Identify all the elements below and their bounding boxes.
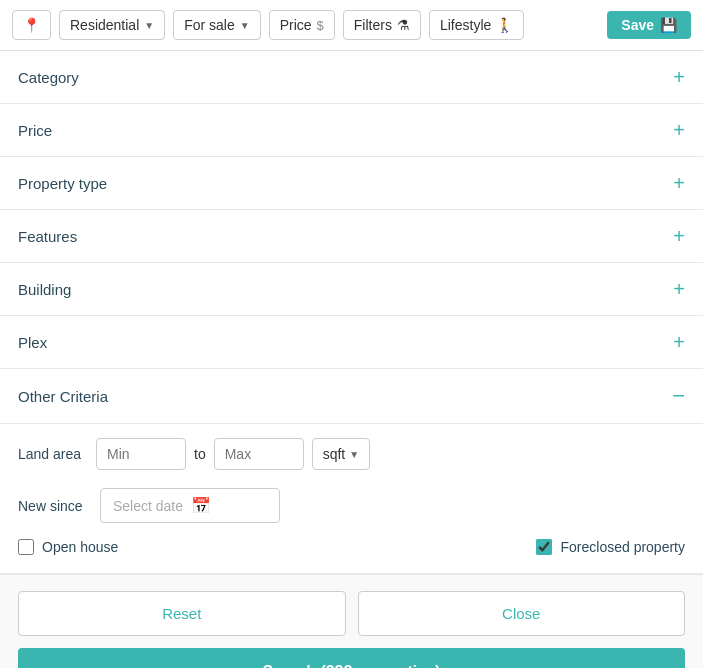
- close-button[interactable]: Close: [358, 591, 686, 636]
- property-type-filter-row[interactable]: Property type +: [0, 157, 703, 210]
- foreclosed-property-checkbox-item[interactable]: Foreclosed property: [536, 539, 685, 555]
- date-picker-button[interactable]: Select date 📅: [100, 488, 280, 523]
- features-filter-row[interactable]: Features +: [0, 210, 703, 263]
- residential-label: Residential: [70, 17, 139, 33]
- filter-panel: Category + Price + Property type + Featu…: [0, 51, 703, 574]
- for-sale-label: For sale: [184, 17, 235, 33]
- other-criteria-content: Land area to sqft ▼ New since Select dat…: [0, 424, 703, 574]
- filters-button[interactable]: Filters ⚗: [343, 10, 421, 40]
- bottom-actions: Reset Close Search (388 properties): [0, 574, 703, 668]
- building-filter-row[interactable]: Building +: [0, 263, 703, 316]
- for-sale-button[interactable]: For sale ▼: [173, 10, 260, 40]
- price-filter-label: Price: [18, 122, 52, 139]
- unit-chevron-icon: ▼: [349, 449, 359, 460]
- foreclosed-property-label: Foreclosed property: [560, 539, 685, 555]
- lifestyle-person-icon: 🚶: [496, 17, 513, 33]
- other-criteria-collapse-icon: −: [672, 385, 685, 407]
- search-button[interactable]: Search (388 properties): [18, 648, 685, 668]
- land-area-unit-selector[interactable]: sqft ▼: [312, 438, 370, 470]
- date-placeholder: Select date: [113, 498, 183, 514]
- reset-button[interactable]: Reset: [18, 591, 346, 636]
- price-expand-icon: +: [673, 120, 685, 140]
- top-bar: 📍 Residential ▼ For sale ▼ Price $ Filte…: [0, 0, 703, 51]
- checkboxes-row: Open house Foreclosed property: [18, 539, 685, 555]
- new-since-row: New since Select date 📅: [18, 488, 685, 523]
- other-criteria-label: Other Criteria: [18, 388, 108, 405]
- land-area-label: Land area: [18, 446, 88, 462]
- filters-funnel-icon: ⚗: [397, 17, 410, 33]
- land-area-min-input[interactable]: [96, 438, 186, 470]
- lifestyle-label: Lifestyle: [440, 17, 491, 33]
- land-area-max-input[interactable]: [214, 438, 304, 470]
- plex-expand-icon: +: [673, 332, 685, 352]
- open-house-checkbox[interactable]: [18, 539, 34, 555]
- calendar-icon: 📅: [191, 496, 211, 515]
- open-house-checkbox-item[interactable]: Open house: [18, 539, 536, 555]
- land-area-to-label: to: [194, 446, 206, 462]
- category-expand-icon: +: [673, 67, 685, 87]
- price-label: Price: [280, 17, 312, 33]
- category-filter-row[interactable]: Category +: [0, 51, 703, 104]
- property-type-expand-icon: +: [673, 173, 685, 193]
- price-filter-row[interactable]: Price +: [0, 104, 703, 157]
- save-label: Save: [621, 17, 654, 33]
- open-house-label: Open house: [42, 539, 118, 555]
- location-icon: 📍: [23, 17, 40, 33]
- for-sale-chevron-icon: ▼: [240, 20, 250, 31]
- foreclosed-property-checkbox[interactable]: [536, 539, 552, 555]
- other-criteria-filter-row[interactable]: Other Criteria −: [0, 369, 703, 424]
- plex-filter-row[interactable]: Plex +: [0, 316, 703, 369]
- filters-label: Filters: [354, 17, 392, 33]
- land-area-row: Land area to sqft ▼: [18, 438, 685, 470]
- new-since-label: New since: [18, 498, 88, 514]
- residential-chevron-icon: ▼: [144, 20, 154, 31]
- price-button[interactable]: Price $: [269, 10, 335, 40]
- residential-button[interactable]: Residential ▼: [59, 10, 165, 40]
- location-button[interactable]: 📍: [12, 10, 51, 40]
- save-button[interactable]: Save 💾: [607, 11, 691, 39]
- property-type-label: Property type: [18, 175, 107, 192]
- save-disk-icon: 💾: [660, 17, 677, 33]
- lifestyle-button[interactable]: Lifestyle 🚶: [429, 10, 524, 40]
- building-label: Building: [18, 281, 71, 298]
- category-label: Category: [18, 69, 79, 86]
- land-area-unit-label: sqft: [323, 446, 346, 462]
- action-buttons-row: Reset Close: [18, 591, 685, 636]
- building-expand-icon: +: [673, 279, 685, 299]
- features-label: Features: [18, 228, 77, 245]
- features-expand-icon: +: [673, 226, 685, 246]
- plex-label: Plex: [18, 334, 47, 351]
- price-dollar-icon: $: [317, 18, 324, 33]
